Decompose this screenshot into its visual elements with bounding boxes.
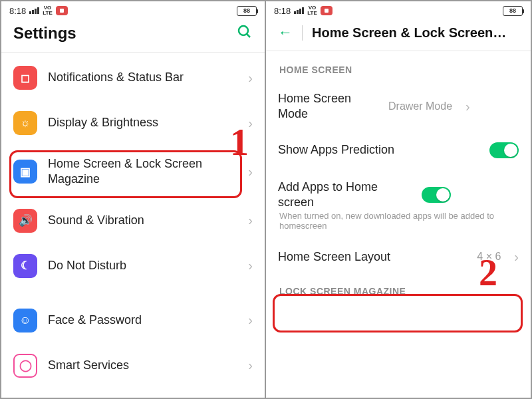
toggle-switch[interactable] <box>422 187 451 203</box>
settings-item-home-lock[interactable]: ▣ Home Screen & Lock Screen Magazine › <box>1 146 265 198</box>
svg-point-0 <box>239 26 248 35</box>
settings-item-label: Notifications & Status Bar <box>48 70 237 85</box>
setting-home-screen-layout[interactable]: Home Screen Layout 4 × 6 › <box>266 239 531 275</box>
chevron-right-icon: › <box>466 99 470 114</box>
setting-value: 4 × 6 <box>477 251 501 263</box>
battery-icon: 88 <box>503 6 523 16</box>
status-bar: 8:18 VOLTE 88 <box>1 1 265 17</box>
status-bar: 8:18 VOLTE 88 <box>266 1 531 17</box>
settings-item-display[interactable]: ☼ Display & Brightness › <box>1 100 265 146</box>
setting-value: Drawer Mode <box>388 100 452 112</box>
battery-icon: 88 <box>237 6 257 16</box>
settings-item-label: Home Screen & Lock Screen Magazine <box>48 156 237 188</box>
settings-item-sound[interactable]: 🔊 Sound & Vibration › <box>1 198 265 243</box>
volte-icon: VOLTE <box>307 5 317 16</box>
setting-show-apps-prediction[interactable]: Show Apps Prediction <box>266 132 531 169</box>
chevron-right-icon: › <box>248 258 253 273</box>
toggle-switch[interactable] <box>489 142 519 158</box>
settings-item-notifications[interactable]: ◻ Notifications & Status Bar › <box>1 55 265 100</box>
settings-item-dnd[interactable]: ☾ Do Not Disturb › <box>1 243 265 289</box>
settings-header: Settings <box>1 17 265 52</box>
settings-list: ◻ Notifications & Status Bar › ☼ Display… <box>1 55 265 388</box>
setting-label: Home Screen Mode <box>278 91 378 122</box>
subpage-header: ← Home Screen & Lock Screen… <box>266 17 531 51</box>
chevron-right-icon: › <box>248 116 253 131</box>
clock: 8:18 <box>274 6 291 16</box>
signal-icon <box>29 7 39 14</box>
chevron-right-icon: › <box>248 164 253 180</box>
home-screen-icon: ▣ <box>13 160 37 184</box>
settings-item-face-password[interactable]: ☺ Face & Password › <box>1 298 265 343</box>
setting-home-screen-mode[interactable]: Home Screen Mode Drawer Mode › <box>266 82 531 132</box>
settings-item-label: Face & Password <box>48 313 237 328</box>
setting-label: Home Screen Layout <box>278 249 466 265</box>
svg-line-1 <box>247 34 250 37</box>
home-screen-list: HOME SCREEN Home Screen Mode Drawer Mode… <box>266 54 531 303</box>
setting-label: Show Apps Prediction <box>278 142 479 158</box>
section-lock-screen-magazine: LOCK SCREEN MAGAZINE <box>266 275 531 303</box>
setting-add-apps-home[interactable]: Add Apps to Home screen <box>266 169 531 216</box>
volte-icon: VOLTE <box>43 5 53 16</box>
settings-item-label: Sound & Vibration <box>48 213 237 228</box>
home-screen-settings-panel: 8:18 VOLTE 88 ← Home Screen & Lock Scree… <box>266 1 531 398</box>
smart-services-icon: ◯ <box>13 354 37 378</box>
settings-item-label: Smart Services <box>48 358 237 373</box>
settings-item-label: Do Not Disturb <box>48 258 237 273</box>
page-title: Home Screen & Lock Screen… <box>302 25 519 41</box>
brightness-icon: ☼ <box>13 111 37 135</box>
screen-record-icon <box>56 6 68 15</box>
chevron-right-icon: › <box>248 70 253 86</box>
chevron-right-icon: › <box>248 213 253 228</box>
sound-icon: 🔊 <box>13 209 37 233</box>
setting-label: Add Apps to Home screen <box>278 180 411 211</box>
screen-record-icon <box>321 6 332 15</box>
settings-item-label: Display & Brightness <box>48 115 237 130</box>
dnd-icon: ☾ <box>13 254 37 278</box>
chevron-right-icon: › <box>248 313 253 328</box>
signal-icon <box>294 7 304 14</box>
settings-panel: 8:18 VOLTE 88 Settings ◻ Notifications &… <box>1 1 266 398</box>
chevron-right-icon: › <box>514 249 519 265</box>
page-title: Settings <box>13 24 76 43</box>
chevron-right-icon: › <box>248 358 253 373</box>
search-icon[interactable] <box>237 24 253 43</box>
clock: 8:18 <box>9 6 26 16</box>
face-icon: ☺ <box>13 309 37 332</box>
back-icon[interactable]: ← <box>278 24 293 41</box>
settings-item-smart-services[interactable]: ◯ Smart Services › <box>1 343 265 388</box>
notifications-icon: ◻ <box>13 66 37 90</box>
section-home-screen: HOME SCREEN <box>266 54 531 82</box>
